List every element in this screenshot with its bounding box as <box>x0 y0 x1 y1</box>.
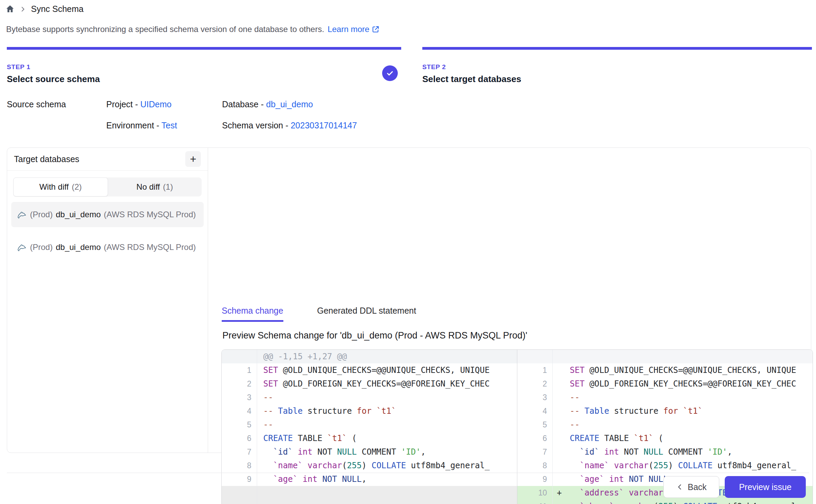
code-text: -- <box>257 391 517 404</box>
database-name: db_ui_demo <box>56 242 101 252</box>
description-text: Bytebase supports synchronizing a specif… <box>6 25 324 34</box>
line-number: 11 <box>517 500 553 504</box>
code-text: SET @OLD_FOREIGN_KEY_CHECKS=@@FOREIGN_KE… <box>570 377 813 391</box>
learn-more-link[interactable]: Learn more <box>328 25 380 34</box>
step1: STEP 1 Select source schema <box>7 63 100 84</box>
line-number: 6 <box>222 431 257 445</box>
instance-name: (AWS RDS MySQL Prod) <box>104 210 198 219</box>
diff-line-left: 6CREATE TABLE `t1` ( <box>222 431 517 445</box>
line-number: 5 <box>517 418 553 431</box>
line-number: 9 <box>517 472 553 486</box>
source-database: Database - db_ui_demo <box>222 99 357 109</box>
target-panel-title: Target databases <box>14 154 79 164</box>
diff-line-right: 7 `id` int NOT NULL COMMENT 'ID', <box>517 445 813 459</box>
diff-line-left: 7 `id` int NOT NULL COMMENT 'ID', <box>222 445 517 459</box>
line-number: 7 <box>222 445 257 459</box>
line-number <box>517 350 553 363</box>
target-database-list: (Prod)db_ui_demo(AWS RDS MySQL Prod)(Pro… <box>7 200 208 269</box>
diff-line-left: 8 `name` varchar(255) COLLATE utf8mb4_ge… <box>222 459 517 472</box>
diff-pane-source: @@ -1,15 +1,27 @@1SET @OLD_UNIQUE_CHECKS… <box>222 350 517 504</box>
line-number: 2 <box>222 377 257 391</box>
diff-filter-segmented-control: With diff (2) No diff (1) <box>13 177 202 196</box>
line-number: 3 <box>517 391 553 404</box>
diff-add-marker <box>553 404 570 418</box>
line-number: 8 <box>517 459 553 472</box>
page-title: Sync Schema <box>31 4 83 14</box>
code-text: -- <box>570 391 813 404</box>
diff-add-marker <box>553 391 570 404</box>
sync-schema-page: Sync Schema Bytebase supports synchroniz… <box>0 0 816 504</box>
target-database-item[interactable]: (Prod)db_ui_demo(AWS RDS MySQL Prod) <box>11 202 204 227</box>
target-database-item[interactable]: (Prod)db_ui_demo(AWS RDS MySQL Prod) <box>11 235 204 260</box>
breadcrumb: Sync Schema <box>5 4 83 14</box>
breadcrumb-chevron-icon <box>19 6 26 13</box>
tab-schema-change[interactable]: Schema change <box>222 306 283 322</box>
filter-no-diff[interactable]: No diff (1) <box>108 177 202 196</box>
code-text: @@ -1,15 +1,27 @@ <box>257 350 517 363</box>
line-number: 8 <box>222 459 257 472</box>
code-text: -- Table structure for `t1` <box>570 404 813 418</box>
environment-link[interactable]: Test <box>161 121 177 130</box>
diff-line-left: 1SET @OLD_UNIQUE_CHECKS=@@UNIQUE_CHECKS,… <box>222 363 517 377</box>
line-number: 9 <box>222 472 257 486</box>
diff-line-right <box>517 350 813 363</box>
diff-line-left: 5-- <box>222 418 517 431</box>
diff-line-left: @@ -1,15 +1,27 @@ <box>222 350 517 363</box>
diff-line-right: 8 `name` varchar(255) COLLATE utf8mb4_ge… <box>517 459 813 472</box>
code-text: `id` int NOT NULL COMMENT 'ID', <box>570 445 813 459</box>
code-text: -- Table structure for `t1` <box>257 404 517 418</box>
line-number <box>222 350 257 363</box>
diff-add-marker <box>553 459 570 472</box>
diff-line-left <box>222 500 517 504</box>
line-number: 3 <box>222 391 257 404</box>
diff-line-left: 3-- <box>222 391 517 404</box>
diff-add-marker <box>553 377 570 391</box>
home-icon[interactable] <box>5 4 15 14</box>
diff-line-right: 3-- <box>517 391 813 404</box>
diff-add-marker <box>553 418 570 431</box>
code-text <box>257 486 517 500</box>
mysql-icon <box>17 242 27 252</box>
code-text: SET @OLD_FOREIGN_KEY_CHECKS=@@FOREIGN_KE… <box>257 377 517 391</box>
diff-add-marker <box>553 472 570 486</box>
diff-line-right: 11+ `phone` varchar(255) COLLATE utf8mb4… <box>517 500 813 504</box>
diff-line-right: 2SET @OLD_FOREIGN_KEY_CHECKS=@@FOREIGN_K… <box>517 377 813 391</box>
project-link[interactable]: UIDemo <box>140 99 172 109</box>
code-text: -- <box>257 418 517 431</box>
step2-title: Select target databases <box>422 74 521 84</box>
schema-version-link[interactable]: 20230317014147 <box>291 121 357 130</box>
filter-with-diff[interactable]: With diff (2) <box>13 177 108 196</box>
mysql-icon <box>17 209 27 220</box>
page-description: Bytebase supports synchronizing a specif… <box>6 25 380 34</box>
step1-progress-bar <box>7 47 401 50</box>
back-button[interactable]: Back <box>663 476 719 498</box>
target-databases-panel: Target databases + With diff (2) No diff… <box>7 148 208 453</box>
with-diff-count: (2) <box>72 182 82 192</box>
line-number <box>222 500 257 504</box>
preview-issue-button[interactable]: Preview issue <box>725 476 806 498</box>
step1-title: Select source schema <box>7 74 100 84</box>
source-schema-version: Schema version - 20230317014147 <box>222 121 357 130</box>
footer-divider <box>7 473 809 473</box>
tab-generated-ddl[interactable]: Generated DDL statement <box>317 306 416 316</box>
diff-add-marker <box>553 350 570 363</box>
code-text: CREATE TABLE `t1` ( <box>570 431 813 445</box>
diff-line-right: 1SET @OLD_UNIQUE_CHECKS=@@UNIQUE_CHECKS,… <box>517 363 813 377</box>
database-name: db_ui_demo <box>56 210 101 219</box>
preview-title: Preview Schema change for 'db_ui_demo (P… <box>222 330 527 341</box>
diff-add-marker <box>553 445 570 459</box>
main-panel: Target databases + With diff (2) No diff… <box>7 147 811 453</box>
add-target-database-button[interactable]: + <box>185 151 201 167</box>
code-text: `name` varchar(255) COLLATE utf8mb4_gene… <box>257 459 517 472</box>
check-icon <box>386 69 394 78</box>
diff-line-left <box>222 486 517 500</box>
code-text: `name` varchar(255) COLLATE utf8mb4_gene… <box>570 459 813 472</box>
environment-prefix: (Prod) <box>30 210 53 219</box>
line-number: 4 <box>517 404 553 418</box>
line-number <box>222 486 257 500</box>
step2-label: STEP 2 <box>422 63 521 71</box>
code-text <box>257 500 517 504</box>
database-link[interactable]: db_ui_demo <box>266 99 313 109</box>
schema-diff-viewer[interactable]: @@ -1,15 +1,27 @@1SET @OLD_UNIQUE_CHECKS… <box>221 349 813 504</box>
environment-prefix: (Prod) <box>30 242 53 252</box>
